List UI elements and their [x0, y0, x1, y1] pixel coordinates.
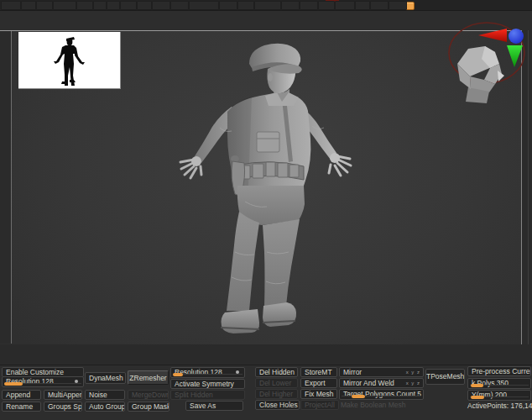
slider-track [173, 374, 243, 375]
storemt-button[interactable]: StoreMT [300, 367, 337, 377]
append-label: Append [6, 391, 30, 399]
noise-label: Noise [89, 391, 107, 399]
activate-symmetry-label: Activate Symmetry [175, 380, 234, 388]
tool-preview-thumbnail[interactable] [18, 32, 121, 89]
menu-item[interactable] [237, 1, 254, 10]
preprocess-current-button[interactable]: Pre-process Current [467, 366, 531, 376]
slider-handle[interactable] [173, 373, 183, 376]
rename-button[interactable]: Rename [2, 402, 41, 412]
target-polygons-count-slider[interactable]: Target Polygons Count 5 [339, 389, 424, 400]
mirror-button[interactable]: Mirror x y z [339, 367, 424, 377]
menu-item[interactable] [335, 1, 355, 10]
save-as-button[interactable]: Save As [185, 401, 243, 411]
menu-item[interactable] [53, 1, 76, 10]
tray-gap-strip [0, 344, 532, 365]
slider-handle[interactable] [471, 396, 484, 399]
slider-dot [236, 370, 239, 374]
tposemesh-button[interactable]: TPoseMesh [425, 369, 465, 385]
rename-label: Rename [6, 402, 33, 411]
activate-symmetry-button[interactable]: Activate Symmetry [170, 379, 245, 389]
projectall-button[interactable]: ProjectAll [300, 400, 339, 410]
mergedown-label: MergeDown [132, 391, 169, 399]
menu-item[interactable] [254, 1, 281, 10]
menu-item[interactable] [21, 1, 36, 10]
menu-item[interactable] [120, 1, 137, 10]
slider-handle[interactable] [352, 395, 365, 398]
groups-split-button[interactable]: Groups Split [44, 402, 82, 412]
make-boolean-mesh-button[interactable]: Make Boolean Mesh [341, 402, 406, 409]
menu-item[interactable] [137, 1, 152, 10]
del-lower-button[interactable]: Del Lower [255, 378, 298, 388]
left-tray-divider[interactable] [0, 31, 12, 344]
auto-groups-button[interactable]: Auto Groups [85, 402, 125, 412]
mirror-and-weld-label: Mirror And Weld [343, 379, 394, 387]
menu-item[interactable] [107, 1, 120, 10]
close-holes-button[interactable]: Close Holes [255, 400, 300, 410]
close-holes-label: Close Holes [259, 401, 298, 409]
toolbar-band [0, 11, 532, 30]
preprocess-current-label: Pre-process Current [472, 367, 531, 375]
thumbnail-silhouette [18, 32, 120, 88]
group-masked-label: Group Masked [132, 402, 170, 411]
group-masked-button[interactable]: Group Masked [128, 402, 170, 412]
menu-item[interactable] [300, 1, 318, 10]
mergedown-button[interactable]: MergeDown [128, 390, 169, 400]
del-lower-label: Del Lower [259, 379, 291, 387]
active-points-readout: ActivePoints: 176,140 [467, 402, 532, 410]
menu-item[interactable] [389, 1, 407, 10]
k-polys-slider[interactable]: k Polys 350 [467, 378, 531, 389]
make-boolean-mesh-label: Make Boolean Mesh [341, 401, 406, 409]
menu-item[interactable] [318, 1, 335, 10]
menu-item[interactable] [170, 1, 189, 10]
menu-item[interactable] [189, 1, 219, 10]
right-tray-divider[interactable] [522, 30, 532, 344]
slider-dot [75, 380, 78, 383]
export-button[interactable]: Export [300, 378, 337, 388]
split-hidden-label: Split Hidden [175, 391, 213, 399]
del-hidden-button[interactable]: Del Hidden [255, 367, 298, 377]
active-points-label: ActivePoints: 176,140 [467, 402, 532, 410]
right-tray-divider-line [528, 30, 529, 344]
del-higher-button[interactable]: Del Higher [255, 389, 298, 399]
menu-item[interactable] [152, 1, 170, 10]
slider-handle[interactable] [4, 382, 23, 386]
slider-handle[interactable] [471, 384, 483, 387]
append-button[interactable]: Append [2, 390, 41, 400]
fix-mesh-label: Fix Mesh [305, 390, 333, 398]
menu-item[interactable] [93, 1, 107, 10]
save-as-label: Save As [190, 402, 216, 410]
menu-item[interactable] [281, 1, 300, 10]
multiappend-button[interactable]: MultiAppend [44, 390, 82, 400]
projectall-label: ProjectAll [305, 401, 335, 409]
tposemesh-label: TPoseMesh [426, 372, 464, 381]
menu-bar [0, 0, 532, 11]
groups-split-label: Groups Split [48, 402, 82, 411]
storemt-label: StoreMT [305, 368, 332, 376]
y-mm-slider[interactable]: Y(mm) 200 [467, 390, 531, 401]
del-higher-label: Del Higher [259, 390, 293, 398]
mirror-and-weld-axes-toggle[interactable]: x y z [406, 380, 420, 387]
dynamesh-label: DynaMesh [89, 374, 123, 382]
enable-customize-label: Enable Customize [6, 368, 64, 376]
split-hidden-button[interactable]: Split Hidden [170, 390, 245, 400]
menu-item[interactable] [1, 1, 21, 10]
menu-item[interactable] [219, 1, 237, 10]
menu-item[interactable] [355, 1, 370, 10]
noise-button[interactable]: Noise [85, 390, 125, 400]
zremesher-label: ZRemesher [129, 374, 166, 382]
multiappend-label: MultiAppend [48, 391, 82, 399]
del-hidden-label: Del Hidden [259, 368, 295, 376]
mirror-and-weld-button[interactable]: Mirror And Weld x y z [339, 378, 424, 388]
menu-item[interactable] [36, 1, 53, 10]
zremesher-button[interactable]: ZRemesher [128, 370, 169, 385]
fix-mesh-button[interactable]: Fix Mesh [300, 389, 337, 399]
menu-item[interactable] [76, 1, 93, 10]
mirror-axes-toggle[interactable]: x y z [406, 369, 420, 376]
dynamesh-button[interactable]: DynaMesh [85, 372, 126, 384]
resolution-slider-mid[interactable]: Resolution 128 [170, 367, 245, 378]
menu-item[interactable] [370, 1, 389, 10]
resolution-slider-left[interactable]: Resolution 128 [2, 376, 84, 387]
bottom-tray: Enable Customize Resolution 128 DynaMesh… [0, 365, 532, 420]
auto-groups-label: Auto Groups [89, 402, 125, 411]
zbrush-window: Enable Customize Resolution 128 DynaMesh… [0, 0, 532, 420]
